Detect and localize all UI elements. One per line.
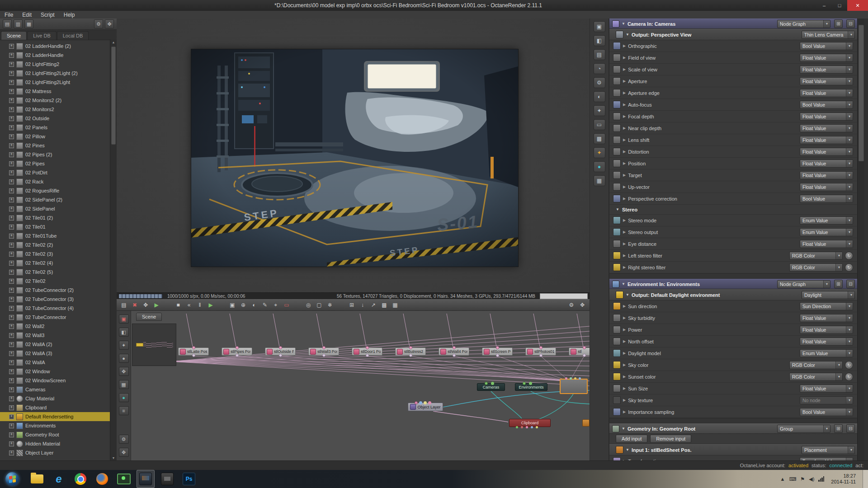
value-type-dropdown[interactable]: Bool Value▾ bbox=[800, 408, 853, 416]
hidden-icons-chevron[interactable]: ▲ bbox=[780, 476, 785, 482]
fullscreen-icon[interactable]: ✥ bbox=[578, 300, 587, 310]
placement-node[interactable]: stlLatte Pos. bbox=[178, 347, 209, 356]
scene-tree-item[interactable]: + Clay Material bbox=[0, 394, 110, 403]
value-type-dropdown[interactable]: Float Value▾ bbox=[800, 171, 853, 179]
scene-tree-item[interactable]: + 02 Tile02 (3) bbox=[0, 249, 110, 258]
parameter-row[interactable]: ▶ Scale of view Float Value▾ ↻ bbox=[609, 64, 858, 75]
scene-tree-item[interactable]: + 02 SidePanel (2) bbox=[0, 195, 110, 204]
expand-arrow-icon[interactable]: ▶ bbox=[623, 398, 626, 402]
load-node-icon[interactable]: ⊟ bbox=[846, 19, 855, 28]
minimize-button[interactable]: – bbox=[816, 0, 832, 11]
scene-tree-item[interactable]: + 02 Tile02 (4) bbox=[0, 258, 110, 267]
expand-plus-icon[interactable]: + bbox=[9, 279, 14, 284]
white-balance-picker-icon[interactable]: ◐ bbox=[250, 300, 259, 310]
stop-icon[interactable]: ■ bbox=[174, 300, 183, 310]
collapse-arrow-icon[interactable]: ▼ bbox=[626, 33, 629, 37]
expand-arrow-icon[interactable]: ▶ bbox=[623, 375, 626, 379]
sep[interactable] bbox=[217, 300, 226, 310]
geometry-icon[interactable]: ▦ bbox=[594, 175, 605, 186]
value-type-dropdown[interactable]: Float Value▾ bbox=[800, 66, 853, 74]
value-type-dropdown[interactable]: Enum Value▾ bbox=[800, 216, 853, 225]
scene-tree-item[interactable]: + 02 Tile01Tube bbox=[0, 231, 110, 240]
parameter-row[interactable]: ▶ Transformation Transform Value▾ bbox=[609, 455, 858, 460]
expand-arrow-icon[interactable]: ▶ bbox=[623, 91, 626, 95]
save-node-icon[interactable]: ⊞ bbox=[834, 280, 843, 288]
menu-item[interactable]: Edit bbox=[18, 11, 36, 19]
render-viewport[interactable]: STEP STEP S-01 bbox=[117, 19, 590, 292]
placement-node[interactable]: stl bbox=[569, 347, 590, 356]
scene-tree-item[interactable]: + 02 Mattress bbox=[0, 87, 110, 96]
node-type-dropdown[interactable]: Node Graph▾ bbox=[777, 20, 830, 28]
parameter-row[interactable]: ▶ Orthographic Bool Value▾ ↻ bbox=[609, 40, 858, 52]
resume-icon[interactable]: ▶ bbox=[206, 300, 215, 310]
firefox-icon[interactable] bbox=[93, 470, 111, 488]
collapse-arrow-icon[interactable]: ▼ bbox=[622, 22, 625, 26]
new-scene-icon[interactable]: ▤ bbox=[3, 19, 12, 28]
expand-arrow-icon[interactable]: ▶ bbox=[623, 242, 626, 246]
scene-tree-item[interactable]: + 02 PotDirt bbox=[0, 168, 110, 177]
region-render-icon[interactable]: ▭ bbox=[282, 300, 291, 310]
expand-plus-icon[interactable]: + bbox=[9, 333, 14, 338]
placement-node[interactable]: stlButress2 Pos. bbox=[395, 347, 426, 356]
outliner-tab[interactable]: Local DB bbox=[57, 31, 89, 40]
parameter-row[interactable]: ▶ North offset Float Value▾ ↻ bbox=[609, 336, 858, 347]
expand-plus-icon[interactable]: + bbox=[9, 116, 14, 121]
expand-plus-icon[interactable]: + bbox=[9, 243, 14, 248]
scene-tree-item[interactable]: + 02 LightFitting2Light (2) bbox=[0, 69, 110, 78]
scene-tree-item[interactable]: + 02 LadderHandle bbox=[0, 51, 110, 60]
placement-node[interactable]: stlDoor1 Pos. bbox=[352, 347, 382, 356]
octane-app-icon[interactable] bbox=[137, 470, 155, 488]
expand-plus-icon[interactable]: + bbox=[9, 53, 14, 58]
object-picker-icon[interactable]: ⌖ bbox=[271, 300, 280, 310]
expand-plus-icon[interactable]: + bbox=[9, 197, 14, 202]
value-type-dropdown[interactable]: Float Value▾ bbox=[800, 113, 853, 121]
expand-arrow-icon[interactable]: ▶ bbox=[623, 386, 626, 390]
star-icon[interactable]: ✦ bbox=[594, 147, 605, 158]
expand-arrow-icon[interactable]: ▶ bbox=[623, 56, 626, 60]
postprocess-icon[interactable]: ✦ bbox=[594, 105, 605, 116]
parameter-row[interactable]: ▶ Lens shift Float Value▾ ↻ bbox=[609, 134, 858, 146]
selected-node[interactable] bbox=[560, 379, 588, 394]
expand-arrow-icon[interactable]: ▶ bbox=[623, 126, 626, 130]
expand-plus-icon[interactable]: + bbox=[9, 306, 14, 311]
scene-tree-item[interactable]: + 02 Wall3 bbox=[0, 331, 110, 340]
texture-node-icon[interactable]: ◧ bbox=[119, 328, 129, 337]
stop-render-icon[interactable]: ✖ bbox=[130, 300, 139, 310]
clipboard-node[interactable]: Clipboard bbox=[509, 419, 551, 427]
inspector-scrollbar[interactable] bbox=[857, 19, 865, 460]
scene-tree-item[interactable]: + 02 Tile01 bbox=[0, 222, 110, 231]
expand-plus-icon[interactable]: + bbox=[9, 152, 14, 157]
stereo-subsection[interactable]: ▼Stereo bbox=[609, 205, 858, 215]
scene-tree-item[interactable]: + Environments bbox=[0, 421, 110, 430]
expand-plus-icon[interactable]: + bbox=[9, 71, 14, 76]
scene-tree-item[interactable]: + 02 WallA (2) bbox=[0, 340, 110, 349]
expand-plus-icon[interactable]: + bbox=[9, 405, 14, 410]
scene-tree-item[interactable]: + 02 Tile01 (2) bbox=[0, 213, 110, 222]
expand-arrow-icon[interactable]: ▶ bbox=[623, 150, 626, 154]
color-picker-icon[interactable]: ↻ bbox=[845, 373, 853, 381]
expand-arrow-icon[interactable]: ▶ bbox=[623, 253, 626, 258]
value-type-dropdown[interactable]: Float Value▾ bbox=[800, 183, 853, 191]
scene-tree-item[interactable]: + 02 Panels bbox=[0, 123, 110, 132]
camera-navigation-icon[interactable]: ✥ bbox=[141, 300, 150, 310]
scene-tree-item[interactable]: + 02 SidePanel bbox=[0, 204, 110, 213]
camera-graph-header[interactable]: ▼ Camera In: Cameras Node Graph▾ ⊞ ⊟ bbox=[609, 19, 858, 29]
parameter-row[interactable]: ▶ Sun Size Float Value▾ ↻ bbox=[609, 383, 858, 394]
export-image-icon[interactable]: ↗ bbox=[369, 300, 378, 310]
animation-icon[interactable]: ◔ bbox=[594, 63, 605, 74]
color-picker-icon[interactable]: ↻ bbox=[845, 263, 853, 272]
scene-tree-item[interactable]: + 02 LadderHandle (2) bbox=[0, 42, 110, 51]
expand-plus-icon[interactable]: + bbox=[9, 89, 14, 94]
placement-node[interactable]: stlOutside Pos. bbox=[265, 347, 296, 356]
expand-plus-icon[interactable]: + bbox=[9, 432, 14, 437]
parameter-row[interactable]: ▶ Importance sampling Bool Value▾ ↻ bbox=[609, 406, 858, 418]
group-node-partial[interactable] bbox=[582, 419, 590, 427]
expand-arrow-icon[interactable]: ▶ bbox=[623, 197, 626, 201]
expand-arrow-icon[interactable]: ▶ bbox=[623, 328, 626, 332]
flag-icon[interactable]: ⚑ bbox=[800, 476, 805, 482]
volume-icon[interactable]: ◀) bbox=[809, 476, 814, 482]
expand-plus-icon[interactable]: + bbox=[9, 342, 14, 347]
expand-arrow-icon[interactable]: ▶ bbox=[623, 103, 626, 107]
parameter-row[interactable]: ▶ Focal depth Float Value▾ ↻ bbox=[609, 111, 858, 122]
parameter-row[interactable]: ▶ Aperture Float Value▾ ↻ bbox=[609, 75, 858, 87]
